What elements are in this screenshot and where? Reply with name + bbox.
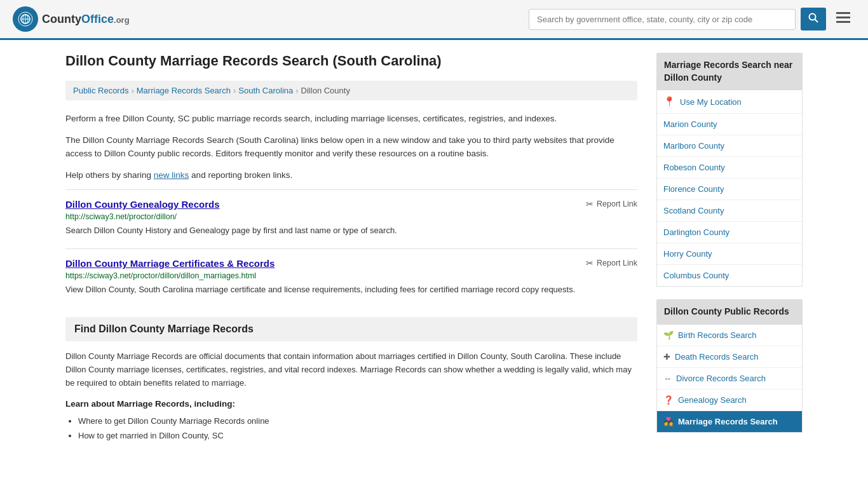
sidebar-nearby-item-5[interactable]: Scotland County [657,200,802,222]
sidebar-nearby-item-2[interactable]: Marlboro County [657,135,802,157]
record-url-1[interactable]: https://sciway3.net/proctor/dillon/dillo… [65,271,637,280]
report-label-0: Report Link [597,200,637,208]
nearby-link-1[interactable]: Marion County [663,119,717,129]
sidebar-pr-item-3[interactable]: ❓Genealogy Search [657,390,802,411]
svg-rect-8 [836,17,850,18]
sidebar-public-records-list: 🌱Birth Records Search✚Death Records Sear… [656,325,803,433]
genealogy-icon: ❓ [663,395,674,405]
find-section: Find Dillon County Marriage Records [65,317,637,341]
record-card-1: Dillon County Marriage Certificates & Re… [65,248,637,305]
pr-link-4[interactable]: Marriage Records Search [678,417,778,426]
menu-button[interactable] [831,10,855,29]
page-title: Dillon County Marriage Records Search (S… [65,53,637,69]
pr-link-2[interactable]: Divorce Records Search [676,374,766,383]
record-title-0[interactable]: Dillon County Genealogy Records [65,199,220,210]
learn-title: Learn about Marriage Records, including: [65,399,637,409]
search-input[interactable] [529,9,796,30]
record-url-0[interactable]: http://sciway3.net/proctor/dillon/ [65,212,637,221]
sidebar-public-records-header: Dillon County Public Records [656,299,803,325]
record-cards: Dillon County Genealogy Records ✂ Report… [65,189,637,304]
breadcrumb-marriage-records[interactable]: Marriage Records Search [137,86,231,95]
sidebar-nearby-item-3[interactable]: Robeson County [657,157,802,179]
marriage-icon: 💑 [663,417,674,426]
record-card-header-1: Dillon County Marriage Certificates & Re… [65,258,637,269]
record-card-header-0: Dillon County Genealogy Records ✂ Report… [65,199,637,210]
logo-text: CountyOffice.org [42,13,130,26]
nearby-link-4[interactable]: Florence County [663,184,724,194]
nearby-link-3[interactable]: Robeson County [663,163,725,172]
sidebar-nearby-item-0[interactable]: 📍Use My Location [657,90,802,114]
sidebar-pr-item-0[interactable]: 🌱Birth Records Search [657,325,802,346]
bullet-list: Where to get Dillon County Marriage Reco… [65,414,637,444]
bullet-item-0: Where to get Dillon County Marriage Reco… [78,414,637,428]
report-icon-1: ✂ [586,258,593,268]
logo-icon [13,6,38,32]
find-section-title: Find Dillon County Marriage Records [74,323,628,335]
sidebar: Marriage Records Search near Dillon Coun… [656,53,803,445]
search-icon [808,13,818,23]
divorce-icon: ↔ [663,374,672,383]
pr-link-0[interactable]: Birth Records Search [678,330,757,340]
nearby-link-8[interactable]: Columbus County [663,271,729,280]
pr-link-1[interactable]: Death Records Search [675,352,759,362]
sidebar-public-records-section: Dillon County Public Records 🌱Birth Reco… [656,299,803,433]
sidebar-nearby-header: Marriage Records Search near Dillon Coun… [656,53,803,90]
report-label-1: Report Link [597,259,637,268]
breadcrumb: Public Records › Marriage Records Search… [65,81,637,100]
sidebar-nearby-list: 📍Use My LocationMarion CountyMarlboro Co… [656,90,803,287]
birth-icon: 🌱 [663,330,674,340]
sidebar-nearby-item-7[interactable]: Horry County [657,243,802,265]
nearby-link-2[interactable]: Marlboro County [663,141,724,151]
breadcrumb-public-records[interactable]: Public Records [73,86,128,95]
nearby-link-6[interactable]: Darlington County [663,227,729,237]
search-button[interactable] [801,8,826,30]
svg-rect-9 [836,21,850,23]
sidebar-pr-item-1[interactable]: ✚Death Records Search [657,346,802,368]
report-icon-0: ✂ [586,199,593,209]
page-header: CountyOffice.org [0,0,868,40]
svg-rect-7 [836,12,850,14]
breadcrumb-south-carolina[interactable]: South Carolina [238,86,293,95]
nearby-link-7[interactable]: Horry County [663,249,712,259]
logo-area: CountyOffice.org [13,6,130,32]
breadcrumb-current: Dillon County [301,86,350,95]
description-para1: Perform a free Dillon County, SC public … [65,112,637,126]
location-icon: 📍 [663,96,675,107]
hamburger-icon [836,12,850,24]
description-para3: Help others by sharing new links and rep… [65,168,637,182]
sidebar-pr-item-2[interactable]: ↔Divorce Records Search [657,368,802,390]
pr-link-3[interactable]: Genealogy Search [678,395,747,405]
description-para2: The Dillon County Marriage Records Searc… [65,133,637,161]
sidebar-nearby-item-1[interactable]: Marion County [657,114,802,135]
sidebar-nearby-section: Marriage Records Search near Dillon Coun… [656,53,803,287]
sidebar-nearby-item-6[interactable]: Darlington County [657,222,802,243]
record-title-1[interactable]: Dillon County Marriage Certificates & Re… [65,258,275,269]
main-wrapper: Dillon County Marriage Records Search (S… [53,40,815,458]
death-icon: ✚ [663,352,670,362]
nearby-link-0[interactable]: Use My Location [680,97,742,107]
sidebar-pr-item-4[interactable]: 💑Marriage Records Search [657,411,802,432]
report-link-0[interactable]: ✂ Report Link [586,199,637,209]
sidebar-nearby-item-4[interactable]: Florence County [657,179,802,200]
svg-line-6 [815,20,818,23]
report-link-1[interactable]: ✂ Report Link [586,258,637,268]
svg-point-5 [810,14,816,20]
find-section-text: Dillon County Marriage Records are offic… [65,350,637,390]
record-desc-1: View Dillon County, South Carolina marri… [65,283,637,296]
record-card-0: Dillon County Genealogy Records ✂ Report… [65,189,637,246]
main-content: Dillon County Marriage Records Search (S… [65,53,637,445]
search-area [529,8,855,30]
record-desc-0: Search Dillon County History and Genealo… [65,224,637,237]
new-links-link[interactable]: new links [154,170,189,180]
bullet-item-1: How to get married in Dillon County, SC [78,428,637,443]
sidebar-nearby-item-8[interactable]: Columbus County [657,265,802,286]
nearby-link-5[interactable]: Scotland County [663,206,724,215]
